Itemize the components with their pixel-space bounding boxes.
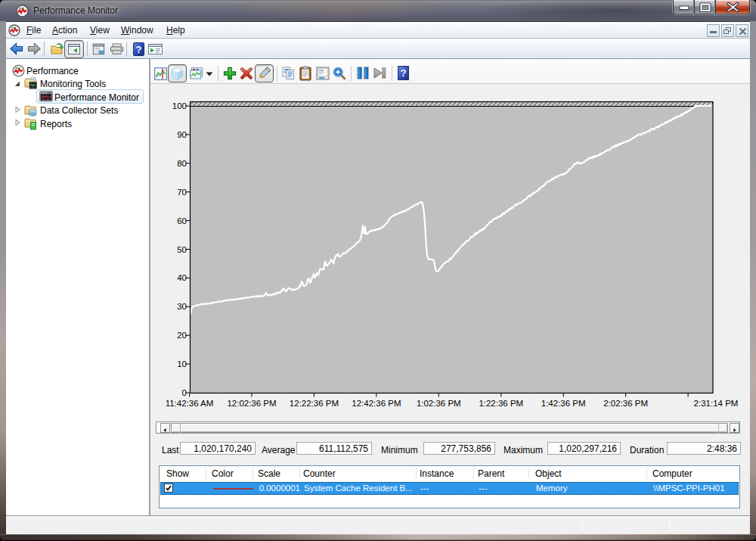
svg-text:0: 0 xyxy=(182,388,187,397)
svg-text:60: 60 xyxy=(177,216,187,225)
svg-text:12:02:36 PM: 12:02:36 PM xyxy=(227,399,276,408)
svg-text:20: 20 xyxy=(177,331,187,340)
svg-text:2:31:14 PM: 2:31:14 PM xyxy=(694,399,739,408)
svg-text:10: 10 xyxy=(177,359,187,368)
svg-text:90: 90 xyxy=(177,130,187,139)
svg-text:40: 40 xyxy=(177,273,187,282)
svg-text:80: 80 xyxy=(177,159,187,168)
svg-text:1:02:36 PM: 1:02:36 PM xyxy=(417,399,461,408)
svg-text:?: ? xyxy=(136,44,142,55)
svg-text:100: 100 xyxy=(172,101,187,110)
svg-text:50: 50 xyxy=(177,245,187,254)
svg-text:1:22:36 PM: 1:22:36 PM xyxy=(479,399,523,408)
svg-text:30: 30 xyxy=(177,302,187,311)
svg-text:1:42:36 PM: 1:42:36 PM xyxy=(541,399,586,408)
svg-text:11:42:36 AM: 11:42:36 AM xyxy=(166,399,214,408)
svg-text:12:42:36 PM: 12:42:36 PM xyxy=(352,399,401,408)
svg-text:70: 70 xyxy=(177,188,187,197)
svg-text:?: ? xyxy=(400,67,406,79)
svg-text:2:02:36 PM: 2:02:36 PM xyxy=(603,399,648,408)
svg-text:12:22:36 PM: 12:22:36 PM xyxy=(290,399,339,408)
